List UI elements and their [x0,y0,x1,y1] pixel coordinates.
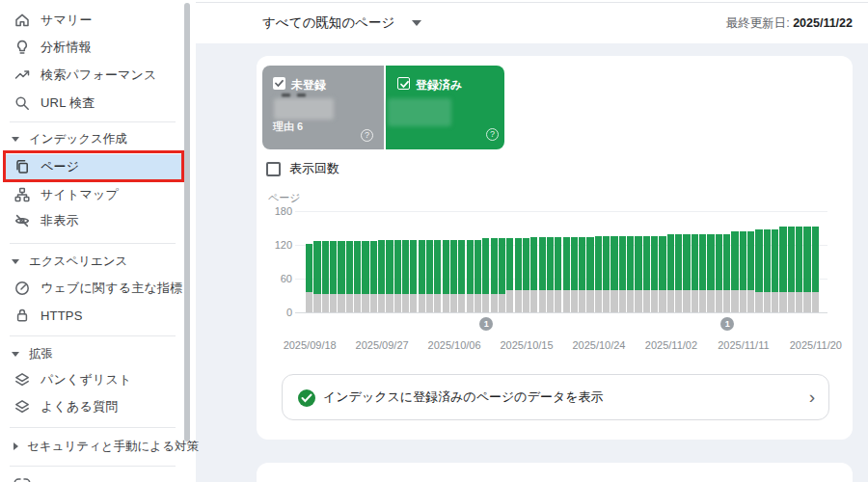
bar-segment-not-indexed[interactable] [610,290,617,312]
bar-segment-not-indexed[interactable] [434,294,441,312]
bar-segment-not-indexed[interactable] [716,290,722,312]
indexed-checkbox[interactable] [397,77,410,90]
sidebar-item-pages[interactable]: ページ [0,153,179,180]
help-icon[interactable]: ? [486,128,499,141]
bar-segment-not-indexed[interactable] [370,294,377,312]
bar-segment-not-indexed[interactable] [571,290,578,312]
bar-segment-indexed[interactable] [755,229,762,292]
bar-segment-indexed[interactable] [683,234,690,290]
bar-segment-indexed[interactable] [322,241,329,294]
impressions-checkbox[interactable] [266,162,281,176]
sidebar-item-sitemaps[interactable]: サイトマップ [0,181,179,208]
bar-segment-not-indexed[interactable] [603,290,610,312]
bar-segment-indexed[interactable] [313,241,320,294]
sidebar-item-hidden[interactable]: 非表示 [0,207,179,234]
bar-segment-not-indexed[interactable] [707,290,714,312]
bar-segment-indexed[interactable] [796,227,802,292]
bar-segment-not-indexed[interactable] [747,290,754,312]
sidebar-item-links-partial[interactable] [0,472,179,482]
bar-segment-indexed[interactable] [394,240,401,294]
bar-segment-not-indexed[interactable] [475,294,481,312]
bar-segment-not-indexed[interactable] [796,292,802,312]
bar-segment-indexed[interactable] [362,241,368,294]
sidebar-item-breadcrumbs[interactable]: パンくずリスト [0,366,179,393]
bar-segment-not-indexed[interactable] [764,292,771,312]
bar-segment-indexed[interactable] [482,238,489,294]
bar-segment-not-indexed[interactable] [740,290,746,312]
sidebar-item-url-inspection[interactable]: URL 検査 [0,90,179,117]
bar-segment-not-indexed[interactable] [675,290,682,312]
bar-segment-not-indexed[interactable] [547,290,554,312]
bar-segment-indexed[interactable] [378,240,385,294]
sidebar-section-enhancements[interactable]: 拡張 [0,340,179,367]
bar-segment-not-indexed[interactable] [772,292,778,312]
bar-segment-indexed[interactable] [595,236,602,290]
bar-segment-not-indexed[interactable] [386,294,393,312]
bar-segment-not-indexed[interactable] [595,290,602,312]
bar-segment-indexed[interactable] [571,237,578,290]
bar-segment-not-indexed[interactable] [627,290,634,312]
sidebar-item-faq[interactable]: よくある質問 [0,393,179,420]
bar-segment-not-indexed[interactable] [378,294,385,312]
bar-segment-not-indexed[interactable] [803,292,810,312]
bar-segment-indexed[interactable] [627,236,634,290]
bar-segment-not-indexed[interactable] [338,294,344,312]
bar-segment-indexed[interactable] [491,238,498,294]
sidebar-section-indexing[interactable]: インデックス作成 [0,125,179,152]
bar-segment-not-indexed[interactable] [812,292,819,312]
bar-segment-not-indexed[interactable] [683,290,690,312]
bar-segment-indexed[interactable] [764,229,771,292]
bar-segment-not-indexed[interactable] [450,294,457,312]
bar-segment-not-indexed[interactable] [322,294,329,312]
bar-segment-not-indexed[interactable] [731,290,738,312]
impressions-toggle[interactable]: 表示回数 [266,161,339,176]
bar-segment-not-indexed[interactable] [394,294,401,312]
bar-segment-not-indexed[interactable] [491,294,498,312]
bar-segment-indexed[interactable] [772,229,778,292]
chart-annotation-marker[interactable]: 1 [479,317,493,331]
bar-segment-indexed[interactable] [643,236,650,290]
bar-segment-indexed[interactable] [723,234,730,290]
bar-segment-not-indexed[interactable] [723,290,730,312]
bar-segment-not-indexed[interactable] [426,294,433,312]
indexed-card[interactable]: 登録済み ? [386,66,504,149]
bar-segment-indexed[interactable] [803,227,810,292]
bar-segment-indexed[interactable] [579,237,585,290]
bar-segment-indexed[interactable] [410,240,417,294]
bar-segment-not-indexed[interactable] [313,294,320,312]
bar-segment-not-indexed[interactable] [692,290,698,312]
bar-segment-not-indexed[interactable] [659,290,665,312]
bar-segment-indexed[interactable] [555,237,561,290]
bar-segment-not-indexed[interactable] [586,290,593,312]
sidebar-item-performance[interactable]: 検索パフォーマンス [0,62,179,89]
bar-segment-indexed[interactable] [716,234,722,290]
bar-segment-not-indexed[interactable] [699,290,706,312]
bar-segment-indexed[interactable] [370,241,377,294]
bar-segment-indexed[interactable] [523,238,529,290]
bar-segment-not-indexed[interactable] [643,290,650,312]
bar-segment-indexed[interactable] [619,236,626,290]
not-indexed-checkbox[interactable] [273,77,285,90]
bar-segment-indexed[interactable] [586,237,593,290]
bar-segment-indexed[interactable] [506,238,513,290]
bar-segment-not-indexed[interactable] [443,294,449,312]
bar-segment-indexed[interactable] [788,227,795,292]
bar-segment-indexed[interactable] [402,240,409,294]
bar-segment-indexed[interactable] [419,240,425,294]
bar-segment-indexed[interactable] [450,240,457,294]
bar-segment-indexed[interactable] [659,236,665,290]
bar-segment-indexed[interactable] [740,231,746,290]
bar-segment-not-indexed[interactable] [402,294,409,312]
page-filter-dropdown[interactable]: すべての既知のページ [262,13,421,34]
bar-segment-indexed[interactable] [603,236,610,290]
bar-segment-indexed[interactable] [563,237,570,290]
bar-segment-indexed[interactable] [812,227,819,292]
bar-segment-indexed[interactable] [547,237,554,290]
bar-segment-not-indexed[interactable] [619,290,626,312]
bar-segment-not-indexed[interactable] [346,294,353,312]
bar-segment-indexed[interactable] [354,241,361,294]
bar-segment-indexed[interactable] [434,240,441,294]
sidebar-section-security[interactable]: セキュリティと手動による対策 [0,433,179,460]
bar-segment-not-indexed[interactable] [458,294,465,312]
bar-segment-indexed[interactable] [707,234,714,290]
